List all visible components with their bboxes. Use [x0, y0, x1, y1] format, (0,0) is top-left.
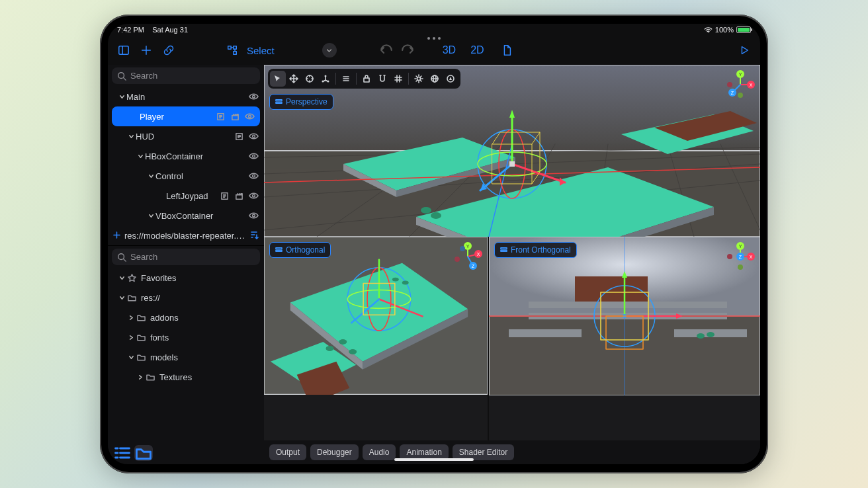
view-label-perspective[interactable]: Perspective — [269, 94, 333, 110]
list-view-tab[interactable] — [113, 445, 132, 461]
sort-icon[interactable] — [249, 230, 259, 241]
link-icon[interactable] — [159, 41, 178, 60]
tree-item[interactable]: Control — [108, 166, 264, 186]
tree-item[interactable]: Main — [108, 87, 264, 106]
tree-item[interactable]: HUD — [108, 126, 264, 146]
bottom-tab[interactable]: Output — [269, 444, 306, 460]
mode-3d-button[interactable]: 3D — [437, 44, 461, 56]
chevron-down-icon[interactable] — [146, 213, 155, 219]
clapper-icon[interactable] — [234, 190, 244, 201]
svg-point-38 — [421, 207, 431, 214]
fs-item[interactable]: models — [108, 347, 264, 367]
view-menu-icon — [275, 99, 282, 106]
eye-icon[interactable] — [248, 210, 259, 221]
axis-gizmo[interactable]: Y X Z — [726, 242, 755, 271]
svg-point-15 — [252, 194, 255, 197]
chevron-down-icon[interactable] — [136, 153, 145, 159]
screen: 7:42 PM Sat Aug 31 100% Select — [108, 24, 760, 464]
scene-search-input[interactable]: Search — [112, 67, 260, 84]
viewport-bottom-left[interactable]: Orthogonal Y X Z — [264, 237, 489, 440]
grid-tool[interactable] — [390, 71, 406, 87]
fs-item-label: fonts — [150, 333, 259, 343]
bottom-tab[interactable]: Audio — [363, 444, 396, 460]
chevron-right-icon[interactable] — [126, 315, 136, 321]
globe-tool[interactable] — [427, 71, 443, 87]
hierarchy-icon[interactable] — [223, 41, 241, 60]
chevron-right-icon[interactable] — [136, 374, 145, 380]
select-mode-button[interactable]: Select — [245, 45, 275, 56]
star-icon — [126, 272, 137, 283]
svg-point-109 — [697, 333, 705, 339]
viewport-top[interactable]: Perspective Y X Z — [264, 65, 760, 237]
svg-point-39 — [431, 212, 441, 219]
tree-item[interactable]: Player — [112, 106, 260, 126]
script-icon[interactable] — [215, 111, 226, 122]
eye-icon[interactable] — [248, 171, 259, 181]
viewport-bottom-right[interactable]: Front Orthogonal Y X Z — [489, 237, 760, 440]
svg-point-11 — [252, 155, 255, 157]
scale-tool[interactable] — [318, 71, 333, 87]
svg-rect-7 — [232, 115, 238, 120]
list-tool[interactable] — [338, 71, 354, 87]
snap-tool[interactable] — [374, 71, 390, 87]
resource-path-row[interactable]: res://models/blaster-repeater.… — [108, 225, 264, 245]
svg-text:Y: Y — [739, 244, 742, 249]
play-icon[interactable] — [735, 41, 754, 60]
panel-toggle-icon[interactable] — [114, 41, 133, 60]
chevron-down-icon[interactable] — [117, 94, 126, 100]
fs-item[interactable]: Favorites — [108, 268, 264, 288]
view-label-front-orthogonal[interactable]: Front Orthogonal — [494, 242, 577, 258]
cursor-tool[interactable] — [270, 71, 286, 87]
filesystem-search-input[interactable]: Search — [112, 249, 260, 265]
tree-item[interactable]: VBoxContainer — [108, 206, 264, 225]
undo-icon[interactable] — [378, 42, 395, 59]
lock-tool[interactable] — [359, 71, 374, 87]
chevron-down-icon[interactable] — [117, 275, 126, 281]
clapper-icon[interactable] — [230, 111, 240, 122]
tree-item[interactable]: HBoxContainer — [108, 146, 264, 166]
svg-text:Z: Z — [731, 91, 734, 95]
chevron-down-icon[interactable] — [146, 173, 155, 179]
sun-tool[interactable] — [411, 71, 427, 87]
svg-point-16 — [252, 214, 255, 217]
svg-point-78 — [349, 349, 357, 354]
fs-item[interactable]: fonts — [108, 327, 264, 347]
bottom-tab[interactable]: Debugger — [310, 444, 359, 460]
chevron-down-icon[interactable] — [117, 295, 126, 301]
eye-icon[interactable] — [244, 111, 255, 122]
svg-point-45 — [417, 77, 421, 81]
home-indicator[interactable] — [394, 458, 474, 461]
fs-item[interactable]: addons — [108, 307, 264, 327]
multitask-dots[interactable] — [427, 37, 441, 40]
tree-item[interactable]: LeftJoypad — [108, 186, 264, 206]
fs-item-label: Favorites — [141, 273, 259, 283]
status-date: Sat Aug 31 — [152, 26, 188, 34]
eye-icon[interactable] — [248, 91, 259, 102]
tree-item-label: LeftJoypad — [166, 191, 219, 201]
redo-icon[interactable] — [399, 42, 416, 59]
folder-view-tab[interactable] — [134, 445, 153, 461]
script-icon[interactable] — [219, 190, 230, 201]
gear-tool[interactable] — [443, 71, 458, 87]
eye-icon[interactable] — [248, 190, 259, 201]
move-tool[interactable] — [286, 71, 302, 87]
fs-item[interactable]: res:// — [108, 288, 264, 307]
axis-gizmo[interactable]: Y X Z — [726, 70, 755, 99]
document-icon[interactable] — [498, 41, 516, 60]
chevron-down-icon[interactable] — [126, 134, 136, 140]
eye-icon[interactable] — [248, 131, 259, 142]
add-icon[interactable] — [137, 41, 155, 60]
chevron-right-icon[interactable] — [126, 335, 136, 341]
app-toolbar: Select 3D 2D — [108, 36, 760, 65]
view-label-orthogonal[interactable]: Orthogonal — [269, 242, 331, 258]
rotate-tool[interactable] — [302, 71, 318, 87]
bottom-tab-bar: OutputDebuggerAudioAnimationShader Edito… — [264, 440, 760, 464]
script-icon[interactable] — [234, 131, 244, 142]
mode-dropdown-icon[interactable] — [322, 43, 337, 58]
view-menu-icon — [275, 247, 282, 254]
chevron-down-icon[interactable] — [126, 354, 136, 360]
eye-icon[interactable] — [248, 151, 259, 161]
fs-item[interactable]: Textures — [108, 367, 264, 387]
mode-2d-button[interactable]: 2D — [465, 44, 489, 56]
axis-gizmo[interactable]: Y X Z — [453, 242, 482, 271]
